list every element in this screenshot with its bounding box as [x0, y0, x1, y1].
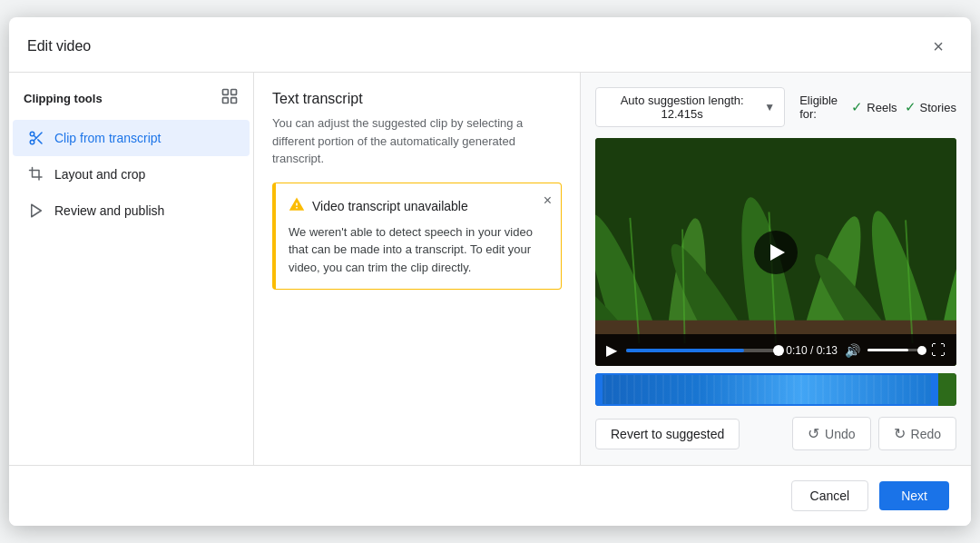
eligible-section: Eligible for: ✓ Reels ✓ Stories — [799, 94, 956, 121]
warning-header: Video transcript unavailable — [289, 196, 548, 216]
sidebar-grid-button[interactable] — [220, 87, 239, 109]
warning-box: Video transcript unavailable × We weren'… — [272, 183, 562, 291]
panel-title: Text transcript — [272, 91, 562, 107]
eligible-label: Eligible for: — [799, 94, 844, 121]
cancel-button[interactable]: Cancel — [791, 480, 869, 511]
sidebar-item-label: Clip from transcript — [54, 131, 161, 145]
fullscreen-button[interactable]: ⛶ — [929, 341, 947, 360]
video-player: ▶ 0:10 / 0:13 🔊 — [595, 138, 956, 366]
edit-video-dialog: Edit video × Clipping tools — [9, 17, 971, 526]
volume-icon: 🔊 — [845, 343, 860, 358]
total-time: 0:13 — [817, 344, 838, 357]
redo-label: Redo — [911, 427, 941, 441]
progress-fill — [626, 349, 744, 352]
undo-label: Undo — [825, 427, 855, 441]
warning-close-button[interactable]: × — [544, 193, 552, 209]
reels-badge: ✓ Reels — [851, 99, 897, 115]
scissors-icon — [27, 129, 45, 147]
timeline-handle-left[interactable] — [595, 373, 603, 406]
dialog-title: Edit video — [27, 38, 91, 54]
panel-description: You can adjust the suggested clip by sel… — [272, 114, 562, 168]
stories-badge: ✓ Stories — [905, 99, 956, 115]
video-controls: ▶ 0:10 / 0:13 🔊 — [595, 334, 956, 366]
redo-button[interactable]: ↻ Redo — [878, 417, 956, 450]
right-panel: Auto suggestion length: 12.415s ▼ Eligib… — [581, 73, 971, 465]
warning-title: Video transcript unavailable — [312, 199, 468, 213]
stories-check-icon: ✓ — [905, 99, 916, 115]
timeline-handle-right[interactable] — [931, 373, 938, 406]
svg-marker-9 — [32, 204, 42, 217]
stories-label: Stories — [920, 101, 956, 114]
timeline-track — [595, 373, 956, 406]
svg-line-8 — [34, 135, 36, 138]
video-controls-bar: ▶ 0:10 / 0:13 🔊 — [595, 334, 956, 366]
sidebar-item-label: Review and publish — [54, 203, 164, 218]
next-button[interactable]: Next — [879, 481, 949, 510]
reels-check-icon: ✓ — [851, 99, 863, 115]
sidebar-item-clip-from-transcript[interactable]: Clip from transcript — [13, 120, 250, 156]
undo-icon: ↺ — [808, 425, 819, 442]
undo-button[interactable]: ↺ Undo — [792, 417, 870, 450]
reels-label: Reels — [867, 101, 897, 114]
dialog-footer: Cancel Next — [9, 465, 971, 526]
warning-text: We weren't able to detect speech in your… — [289, 223, 548, 277]
play-pause-button[interactable]: ▶ — [604, 340, 619, 360]
action-bar: Revert to suggested ↺ Undo ↻ Redo — [595, 417, 956, 450]
play-button[interactable] — [754, 231, 798, 274]
redo-icon: ↻ — [894, 425, 906, 442]
timeline-clip-inner — [597, 375, 936, 404]
volume-fill — [867, 349, 908, 351]
time-separator: / — [810, 344, 817, 357]
svg-rect-3 — [231, 98, 237, 104]
video-thumbnail — [595, 138, 956, 366]
dialog-body: Clipping tools — [9, 73, 971, 465]
sidebar: Clipping tools — [9, 73, 254, 465]
sidebar-item-layout-and-crop[interactable]: Layout and crop — [13, 156, 250, 193]
svg-rect-1 — [231, 90, 237, 95]
svg-line-7 — [38, 140, 42, 143]
timeline-remaining — [938, 373, 956, 406]
video-timeline[interactable] — [595, 373, 956, 406]
video-top-bar: Auto suggestion length: 12.415s ▼ Eligib… — [595, 87, 956, 127]
auto-suggestion-dropdown[interactable]: Auto suggestion length: 12.415s ▼ — [595, 87, 785, 127]
warning-triangle-icon — [289, 196, 305, 216]
auto-suggestion-label: Auto suggestion length: 12.415s — [605, 94, 759, 121]
play-icon — [770, 244, 785, 261]
chevron-down-icon: ▼ — [764, 101, 775, 114]
timeline-clip — [595, 373, 938, 406]
arrow-icon — [27, 202, 45, 220]
sidebar-item-label: Layout and crop — [54, 167, 145, 182]
revert-to-suggested-button[interactable]: Revert to suggested — [595, 419, 740, 449]
crop-icon — [27, 165, 45, 183]
volume-bar[interactable] — [867, 349, 922, 351]
sidebar-section-title: Clipping tools — [9, 87, 253, 120]
middle-panel: Text transcript You can adjust the sugge… — [254, 73, 581, 465]
volume-thumb — [917, 346, 926, 355]
video-progress-bar[interactable] — [626, 349, 779, 352]
close-button[interactable]: × — [924, 32, 953, 61]
dialog-header: Edit video × — [9, 17, 971, 73]
current-time: 0:10 — [786, 344, 807, 357]
time-display: 0:10 / 0:13 — [786, 344, 838, 357]
svg-rect-2 — [223, 98, 229, 104]
sidebar-item-review-and-publish[interactable]: Review and publish — [13, 193, 250, 229]
svg-rect-0 — [223, 90, 229, 95]
progress-thumb — [773, 345, 784, 356]
